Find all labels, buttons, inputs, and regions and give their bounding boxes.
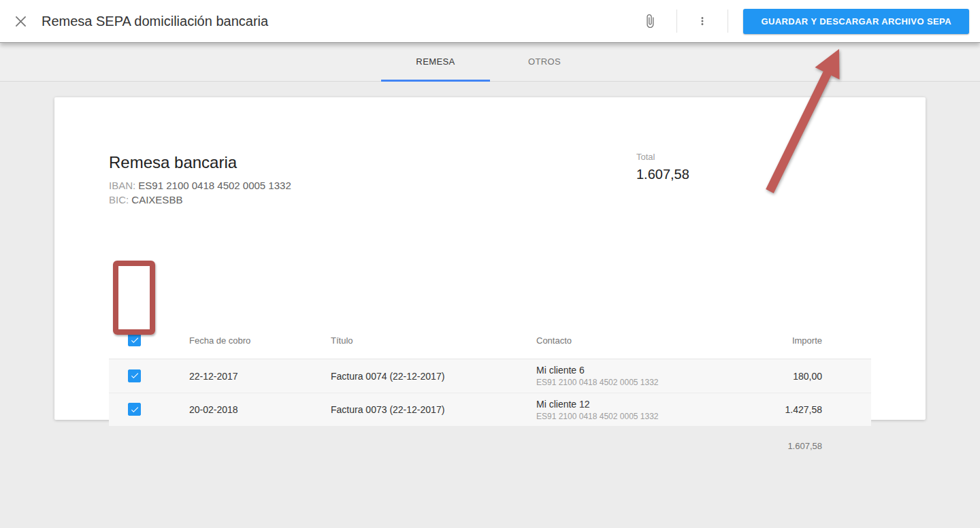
row-checkbox[interactable] [128,403,141,416]
table-row[interactable]: 20-02-2018 Factura 0073 (22-12-2017) Mi … [109,393,871,426]
header-actions: GUARDAR Y DESCARGAR ARCHIVO SEPA [638,9,969,34]
header-divider [676,10,677,33]
select-all-checkbox[interactable] [128,333,141,346]
card-title: Remesa bancaria [109,153,291,172]
contact-name: Mi cliente 6 [536,365,749,376]
bic-label: BIC: [109,194,129,205]
cell-importe: 1.427,58 [749,404,871,415]
card-header: Remesa bancaria IBAN: ES91 2100 0418 450… [109,153,291,207]
iban-label: IBAN: [109,180,135,191]
cell-fecha: 20-02-2018 [161,404,302,415]
check-icon [130,405,140,414]
cell-titulo: Factura 0074 (22-12-2017) [302,371,508,382]
contact-name: Mi cliente 12 [536,399,749,410]
header-left: Remesa SEPA domiciliación bancaria [11,12,268,31]
row-check-cell [109,369,161,383]
table-body: 22-12-2017 Factura 0074 (22-12-2017) Mi … [109,359,871,426]
bic-line: BIC: CAIXESBB [109,193,291,207]
kebab-menu-icon [696,15,708,27]
tab-remesa[interactable]: REMESA [381,42,490,81]
tab-bar: REMESA OTROS [0,42,980,82]
table-header-row: Fecha de cobro Título Contacto Importe [109,325,871,355]
col-header-fecha: Fecha de cobro [161,335,302,346]
modal-header: Remesa SEPA domiciliación bancaria GUARD… [0,0,980,42]
total-block: Total 1.607,58 [636,152,689,182]
remesa-card: Remesa bancaria IBAN: ES91 2100 0418 450… [54,97,926,420]
more-options-button[interactable] [692,11,713,31]
total-value: 1.607,58 [636,167,689,182]
page-title: Remesa SEPA domiciliación bancaria [42,14,268,29]
col-header-contacto: Contacto [508,335,749,346]
check-icon [130,335,140,345]
header-check-cell [109,333,161,347]
bic-value: CAIXESBB [131,194,182,205]
close-icon [15,16,27,27]
col-header-importe: Importe [749,335,871,346]
contact-iban: ES91 2100 0418 4502 0005 1332 [536,412,749,421]
total-label: Total [636,152,689,162]
tab-otros[interactable]: OTROS [490,42,599,81]
paperclip-icon [642,14,657,29]
iban-line: IBAN: ES91 2100 0418 4502 0005 1332 [109,178,291,193]
cell-contacto: Mi cliente 6 ES91 2100 0418 4502 0005 13… [508,365,749,387]
iban-value: ES91 2100 0418 4502 0005 1332 [138,180,291,191]
close-button[interactable] [11,12,31,31]
cell-importe: 180,00 [749,371,871,382]
cell-contacto: Mi cliente 12 ES91 2100 0418 4502 0005 1… [508,399,749,421]
check-icon [130,371,140,380]
save-download-sepa-button[interactable]: GUARDAR Y DESCARGAR ARCHIVO SEPA [743,9,969,34]
app-root: Remesa SEPA domiciliación bancaria GUARD… [0,0,980,528]
table-row[interactable]: 22-12-2017 Factura 0074 (22-12-2017) Mi … [109,359,871,393]
attachment-button[interactable] [638,10,662,33]
contact-iban: ES91 2100 0418 4502 0005 1332 [536,378,749,387]
cell-titulo: Factura 0073 (22-12-2017) [302,404,508,415]
table-footer-total: 1.607,58 [109,426,871,451]
row-check-cell [109,403,161,416]
invoices-table: Fecha de cobro Título Contacto Importe 2… [109,325,871,451]
cell-fecha: 22-12-2017 [161,371,302,382]
header-divider [728,10,728,33]
row-checkbox[interactable] [128,369,141,382]
col-header-titulo: Título [302,335,508,346]
